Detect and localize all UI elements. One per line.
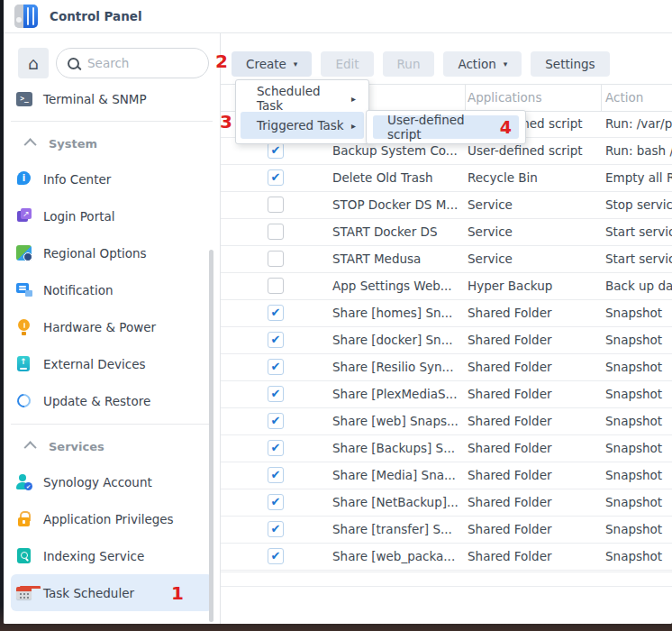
sidebar-item-label: Info Center <box>43 172 111 187</box>
sidebar-item-terminal-snmp[interactable]: Terminal & SNMP <box>11 82 213 116</box>
menu-item-scheduled-task[interactable]: Scheduled Task▸ <box>241 85 364 112</box>
column-header-action[interactable]: Action <box>605 85 643 110</box>
table-row[interactable]: ✔Share [docker] Sn...Shared FolderSnapsh… <box>221 327 672 354</box>
check-icon: ✔ <box>268 549 283 562</box>
table-row[interactable]: ✔Share [PlexMediaS...Shared FolderSnapsh… <box>221 381 672 408</box>
table-row[interactable]: ✔STOP Docker DS M...ServiceStop servic <box>221 192 672 219</box>
cell-task-name: Share [Media] Sna... <box>332 462 460 488</box>
notification-icon-part <box>19 286 26 288</box>
application-privileges-icon-part <box>23 520 25 524</box>
menu-item-label: User-defined script <box>387 113 493 142</box>
sidebar-item-label: Hardware & Power <box>43 320 156 334</box>
sidebar-item-indexing-service[interactable]: Indexing Service <box>11 537 213 574</box>
table-row[interactable]: ✔Share [homes] Sn...Shared FolderSnapsho… <box>221 300 672 327</box>
submenu-arrow-icon: ▸ <box>346 121 356 131</box>
checkbox-checked[interactable]: ✔ <box>268 169 284 186</box>
info-center-icon <box>16 171 32 187</box>
sidebar-item-task-scheduler[interactable]: Task Scheduler1 <box>11 574 213 611</box>
checkbox-unchecked[interactable]: ✔ <box>268 278 284 294</box>
check-icon: ✔ <box>268 306 283 319</box>
search-input[interactable]: Search <box>56 48 209 78</box>
cell-task-name: Share [Backups] S... <box>332 435 460 461</box>
edit-button: Edit <box>321 51 373 77</box>
sidebar-item-login-portal[interactable]: Login Portal <box>11 197 213 234</box>
sidebar-item-hardware-power[interactable]: Hardware & Power <box>11 308 213 345</box>
run-button: Run <box>383 51 435 77</box>
checkbox-checked[interactable]: ✔ <box>268 359 284 375</box>
checkbox-checked[interactable]: ✔ <box>268 440 284 456</box>
checkbox-checked[interactable]: ✔ <box>268 521 284 537</box>
cell-task-name: App Settings Web... <box>332 273 460 298</box>
table-row[interactable]: ✔Share [Resilio Syn...Shared FolderSnaps… <box>221 354 672 381</box>
check-icon: ✔ <box>268 522 283 535</box>
checkbox-checked[interactable]: ✔ <box>268 142 284 159</box>
sidebar-item-label: Login Portal <box>43 209 115 224</box>
annotation-4: 4 <box>500 119 512 136</box>
checkbox-checked[interactable]: ✔ <box>268 305 284 321</box>
cell-task-name: Share [web] Snaps... <box>332 408 460 434</box>
cell-action: Run: bash / <box>605 138 672 163</box>
sidebar-section-services[interactable]: Services <box>4 429 220 463</box>
cell-task-name: STOP Docker DS M... <box>332 192 460 217</box>
checkbox-unchecked[interactable]: ✔ <box>268 251 284 267</box>
external-devices-icon <box>16 356 32 372</box>
checkbox-unchecked[interactable]: ✔ <box>268 197 284 213</box>
cell-application: Service <box>468 246 601 271</box>
header-separator <box>601 85 602 111</box>
checkbox-checked[interactable]: ✔ <box>268 386 284 402</box>
table-row[interactable]: ✔Share [web] Snaps...Shared FolderSnapsh… <box>221 408 672 435</box>
sidebar-item-external-devices[interactable]: External Devices <box>11 345 213 382</box>
sidebar-item-notification[interactable]: Notification <box>11 271 213 308</box>
create-button[interactable]: Create▾ <box>232 51 312 77</box>
checkbox-checked[interactable]: ✔ <box>268 494 284 510</box>
checkbox-checked[interactable]: ✔ <box>268 332 284 348</box>
submenu-item-user-defined-script[interactable]: User-defined script4 <box>373 115 519 139</box>
info-center-icon-part <box>17 171 31 185</box>
check-icon: ✔ <box>268 414 283 427</box>
sidebar-item-application-privileges[interactable]: Application Privileges <box>11 500 213 537</box>
login-portal-icon-part <box>21 208 32 219</box>
sidebar-section-system[interactable]: System <box>4 126 220 160</box>
table-row[interactable]: ✔Delete Old TrashRecycle BinEmpty all R <box>221 165 672 192</box>
checkbox-unchecked[interactable]: ✔ <box>268 224 284 240</box>
menu-item-triggered-task[interactable]: Triggered Task▸ <box>241 112 364 139</box>
table-row[interactable]: ✔START Docker DSServiceStart servic <box>221 219 672 246</box>
sidebar-item-regional-options[interactable]: Regional Options <box>11 234 213 271</box>
sidebar-item-label: Synology Account <box>43 475 152 489</box>
table-row[interactable]: ✔Share [transfer] S...Shared FolderSnaps… <box>221 517 672 544</box>
checkbox-checked[interactable]: ✔ <box>268 467 284 483</box>
sidebar-section-label: System <box>49 137 97 151</box>
main-panel: Create▾EditRunAction▾Settings Applicatio… <box>221 33 672 624</box>
column-header-applications[interactable]: Applications <box>468 85 541 110</box>
sidebar-scrollbar[interactable] <box>209 250 213 622</box>
sidebar-item-update-restore[interactable]: Update & Restore <box>11 382 213 419</box>
task-scheduler-icon <box>16 585 32 601</box>
sidebar-item-synology-account[interactable]: Synology Account <box>11 463 213 500</box>
table-row[interactable]: ✔Share [web_packa...Shared FolderSnapsho… <box>221 544 672 571</box>
table-row[interactable]: ✔App Settings Web...Hyper BackupBack up … <box>221 273 672 300</box>
sidebar-item-label: Terminal & SNMP <box>43 92 147 106</box>
submenu-arrow-icon: ▸ <box>346 94 356 104</box>
table-row[interactable]: ✔Share [Media] Sna...Shared FolderSnapsh… <box>221 462 672 489</box>
table-row[interactable]: ✔Share [NetBackup]...Shared FolderSnapsh… <box>221 489 672 517</box>
checkbox-checked[interactable]: ✔ <box>268 548 284 564</box>
cell-action: Run: /var/p <box>605 111 672 136</box>
table-row[interactable]: ✔START MedusaServiceStart servic <box>221 246 672 273</box>
action-button[interactable]: Action▾ <box>443 51 522 77</box>
cell-action: Start servic <box>605 246 672 271</box>
home-button[interactable]: ⌂ <box>18 48 49 78</box>
cell-action: Snapshot <box>605 408 672 434</box>
checkbox-checked[interactable]: ✔ <box>268 413 284 429</box>
sidebar-item-info-center[interactable]: Info Center <box>11 160 213 197</box>
cell-application: Shared Folder <box>468 462 601 488</box>
settings-button[interactable]: Settings <box>531 51 609 77</box>
regional-options-icon <box>16 245 32 261</box>
synology-account-icon-part <box>24 482 32 490</box>
control-panel-icon-sliders <box>23 5 38 28</box>
table-row[interactable]: ✔Share [Backups] S...Shared FolderSnapsh… <box>221 435 672 462</box>
update-restore-icon <box>16 393 32 409</box>
toolbar: Create▾EditRunAction▾Settings <box>232 51 610 77</box>
window-title: Control Panel <box>50 9 142 23</box>
check-icon: ✔ <box>268 387 283 400</box>
button-label: Edit <box>335 57 359 71</box>
